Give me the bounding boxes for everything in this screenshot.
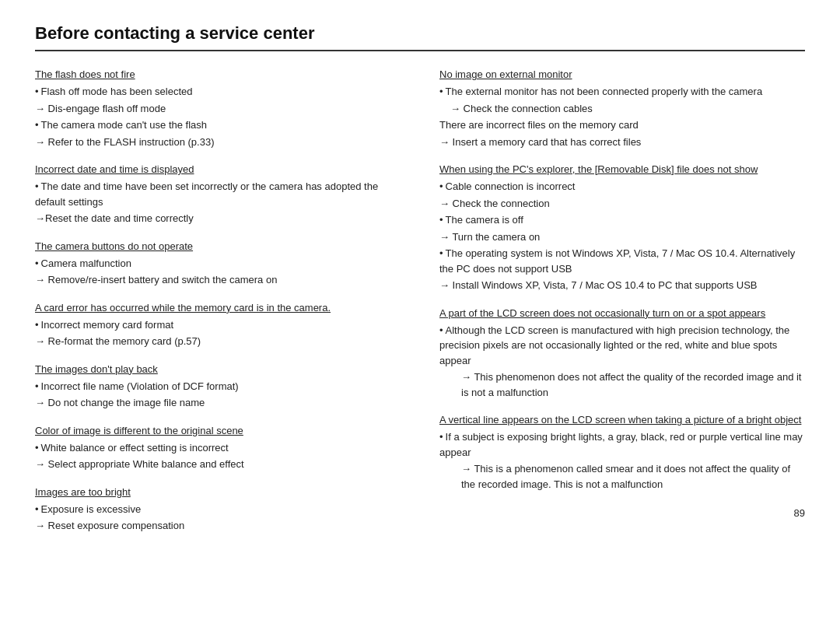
list-item: The camera is off [439,212,805,228]
section-lcd-spot: A part of the LCD screen does not occasi… [439,307,805,401]
section-buttons-title: The camera buttons do not operate [35,240,401,252]
list-item: The external monitor has not been connec… [439,84,805,100]
list-item: → Do not change the image file name [35,395,401,411]
section-color: Color of image is different to the origi… [35,425,401,472]
list-item: → Re-format the memory card (p.57) [35,334,401,349]
section-card-error-title: A card error has occurred while the memo… [35,302,401,313]
section-lcd-spot-title: A part of the LCD screen does not occasi… [439,307,805,319]
list-item: → Turn the camera on [439,229,805,245]
right-column: No image on external monitor The externa… [432,68,805,548]
list-item: → Check the connection cables [439,101,805,117]
section-bright-title: Images are too bright [35,486,401,498]
list-item: → This phenomenon does not affect the qu… [439,370,805,400]
list-item: Flash off mode has been selected [35,84,401,100]
list-item: White balance or effect setting is incor… [35,440,401,456]
page-number: 89 [439,507,805,519]
list-item: There are incorrect files on the memory … [439,117,805,133]
list-item: → Dis-engage flash off mode [35,101,401,117]
list-item: Although the LCD screen is manufactured … [439,323,805,369]
section-color-title: Color of image is different to the origi… [35,425,401,436]
list-item: Cable connection is incorrect [439,179,805,194]
page-title: Before contacting a service center [35,23,805,51]
list-item: The date and time have been set incorrec… [35,179,401,209]
section-no-image-title: No image on external monitor [439,68,805,80]
list-item: → Install Windows XP, Vista, 7 / Mac OS … [439,278,805,293]
section-vertical-line-title: A vertical line appears on the LCD scree… [439,414,805,426]
list-item: → Insert a memory card that has correct … [439,135,805,150]
list-item: Incorrect file name (Violation of DCF fo… [35,379,401,394]
list-item: → Check the connection [439,196,805,212]
list-item: → This is a phenomenon called smear and … [439,461,805,492]
list-item: Exposure is excessive [35,502,401,517]
left-column: The flash does not fire Flash off mode h… [35,68,408,548]
list-item: Incorrect memory card format [35,317,401,333]
section-bright: Images are too bright Exposure is excess… [35,486,401,534]
section-no-image: No image on external monitor The externa… [439,68,805,149]
list-item: → Remove/re-insert battery and switch th… [35,272,401,288]
section-flash: The flash does not fire Flash off mode h… [35,68,401,149]
section-removable: When using the PC's explorer, the [Remov… [439,163,805,293]
section-playback-title: The images don't play back [35,363,401,375]
list-item: → Select appropriate White balance and e… [35,457,401,472]
section-removable-title: When using the PC's explorer, the [Remov… [439,163,805,175]
section-date: Incorrect date and time is displayed The… [35,163,401,226]
list-item: The camera mode can't use the flash [35,117,401,133]
list-item: → Reset exposure compensation [35,518,401,534]
list-item: →Reset the date and time correctly [35,211,401,226]
list-item: Camera malfunction [35,256,401,271]
section-flash-title: The flash does not fire [35,68,401,80]
section-vertical-line: A vertical line appears on the LCD scree… [439,414,805,492]
list-item: The operating system is not Windows XP, … [439,246,805,276]
section-playback: The images don't play back Incorrect fil… [35,363,401,411]
section-buttons: The camera buttons do not operate Camera… [35,240,401,288]
section-card-error: A card error has occurred while the memo… [35,302,401,349]
list-item: If a subject is exposing bright lights, … [439,429,805,460]
section-date-title: Incorrect date and time is displayed [35,163,401,175]
list-item: → Refer to the FLASH instruction (p.33) [35,135,401,150]
